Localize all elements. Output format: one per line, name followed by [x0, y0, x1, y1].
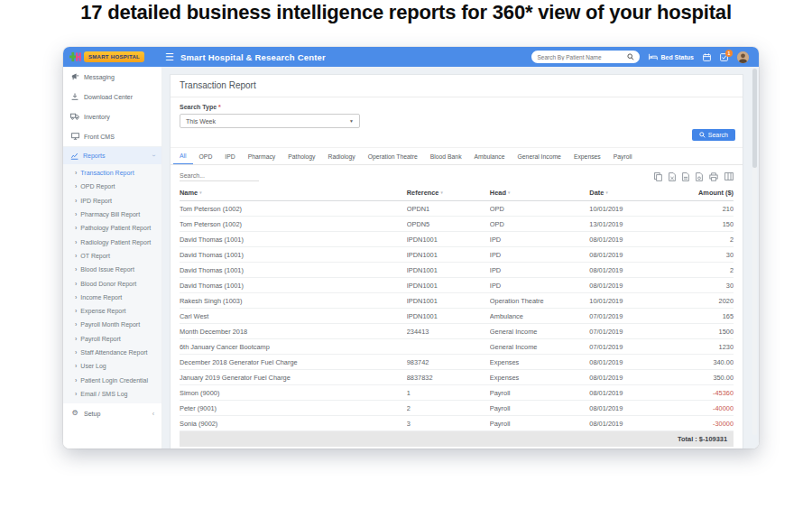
sidebar-report-item-expense-report[interactable]: › Expense Report [63, 304, 161, 318]
export-toolbar [654, 172, 734, 181]
cell-amount: 1500 [678, 324, 734, 339]
cell-reference: OPDN5 [407, 217, 490, 232]
sidebar-report-item-transaction-report[interactable]: › Transaction Report [63, 166, 161, 180]
avatar[interactable] [737, 51, 749, 63]
logo[interactable]: SMART HOSPITAL [63, 51, 162, 62]
cell-reference: 234413 [407, 324, 490, 339]
tab-ambulance[interactable]: Ambulance [468, 153, 512, 164]
sidebar-report-item-pharmacy-bill-report[interactable]: › Pharmacy Bill Report [63, 208, 161, 221]
search-icon[interactable] [627, 53, 634, 60]
sidebar-report-item-patient-login-credential[interactable]: › Patient Login Credential [63, 373, 161, 386]
column-header-reference[interactable]: Reference▾ [407, 185, 490, 201]
sidebar-report-item-income-report[interactable]: › Income Report [63, 291, 161, 304]
cell-amount: 30 [678, 247, 734, 263]
search-type-label: Search Type * [180, 104, 734, 110]
hamburger-icon[interactable]: ☰ [165, 52, 174, 62]
patient-search[interactable] [531, 51, 640, 63]
tab-general-income[interactable]: General Income [512, 153, 567, 164]
tab-payroll[interactable]: Payroll [607, 153, 639, 164]
table-row[interactable]: David Thomas (1001) IPDN1001 IPD 08/01/2… [180, 232, 734, 247]
report-submenu: › Transaction Report › OPD Report › IPD … [63, 164, 161, 403]
patient-search-input[interactable] [537, 54, 624, 60]
sidebar-report-item-ipd-report[interactable]: › IPD Report [63, 194, 161, 208]
cell-name: Tom Peterson (1002) [180, 217, 407, 232]
sidebar-report-item-blood-donor-report[interactable]: › Blood Donor Report [63, 276, 161, 290]
sidebar-report-item-pathology-patient-report[interactable]: › Pathology Patient Report [63, 221, 161, 235]
tab-expenses[interactable]: Expenses [567, 153, 607, 164]
scrollbar[interactable] [752, 69, 757, 435]
sidebar-item-messaging[interactable]: Messaging [63, 67, 161, 87]
sidebar-report-item-email-sms-log[interactable]: › Email / SMS Log [63, 387, 161, 401]
cell-name: Peter (9001) [180, 401, 407, 416]
table-row[interactable]: Tom Peterson (1002) OPDN5 OPD 13/01/2019… [180, 217, 734, 232]
search-type-select[interactable]: This Week ▼ [180, 114, 360, 128]
chevron-right-icon: › [75, 225, 77, 231]
table-row[interactable]: Rakesh Singh (1003) IPDN1001 Operation T… [180, 293, 734, 309]
sidebar-item-front-cms[interactable]: Front CMS [63, 126, 161, 146]
table-row[interactable]: Peter (9001) 2 Payroll 08/01/2019 -40000 [180, 401, 734, 416]
csv-icon[interactable] [682, 172, 689, 181]
table-row[interactable]: December 2018 Generator Fuel Charge 9837… [180, 355, 734, 370]
pdf-icon[interactable] [696, 172, 703, 181]
table-row[interactable]: David Thomas (1001) IPDN1001 IPD 08/01/2… [180, 263, 734, 278]
sidebar-report-item-user-log[interactable]: › User Log [63, 359, 161, 373]
excel-icon[interactable] [669, 172, 676, 181]
table-row[interactable]: Carl West IPDN1001 Ambulance 07/01/2019 … [180, 309, 734, 324]
sidebar-report-item-ot-report[interactable]: › OT Report [63, 249, 161, 263]
column-header-head[interactable]: Head▾ [490, 185, 590, 201]
table-row[interactable]: David Thomas (1001) IPDN1001 IPD 08/01/2… [180, 247, 734, 263]
cell-name: December 2018 Generator Fuel Charge [180, 355, 407, 370]
tab-operation-theatre[interactable]: Operation Theatre [362, 153, 424, 164]
cell-date: 08/01/2019 [589, 370, 678, 385]
sidebar-report-item-blood-issue-report[interactable]: › Blood Issue Report [63, 263, 161, 276]
tab-radiology[interactable]: Radiology [321, 153, 361, 164]
cell-name: Sonia (9002) [180, 416, 407, 431]
calendar-icon[interactable] [703, 53, 711, 61]
table-row[interactable]: January 2019 Generator Fuel Charge 88378… [180, 370, 734, 385]
bed-status-button[interactable]: Bed Status [649, 53, 694, 60]
tab-all[interactable]: All [173, 153, 193, 165]
download-icon [70, 93, 79, 100]
sidebar-item-download-center[interactable]: Download Center [63, 87, 161, 106]
copy-icon[interactable] [654, 172, 662, 181]
cell-head: Operation Theatre [490, 293, 590, 309]
sidebar-report-item-payroll-report[interactable]: › Payroll Report [63, 332, 161, 346]
tab-ipd[interactable]: IPD [218, 153, 241, 164]
table-row[interactable]: Sonia (9002) 3 Payroll 08/01/2019 -30000 [180, 416, 734, 431]
sidebar-report-item-opd-report[interactable]: › OPD Report [63, 180, 161, 193]
table-row[interactable]: Simon (9000) 1 Payroll 08/01/2019 -45360 [180, 385, 734, 401]
tab-opd[interactable]: OPD [193, 153, 219, 164]
column-header-name[interactable]: Name▾ [180, 185, 407, 201]
notification-badge: 1 [725, 50, 733, 57]
scrollbar-thumb[interactable] [752, 69, 757, 168]
columns-icon[interactable] [724, 172, 734, 180]
print-icon[interactable] [709, 172, 718, 181]
required-asterisk: * [218, 104, 221, 110]
sidebar-item-setup[interactable]: ⚙ Setup ‹ [63, 403, 161, 423]
sidebar-report-item-radiology-patient-report[interactable]: › Radiology Patient Report [63, 235, 161, 248]
sidebar-item-reports[interactable]: Reports › [63, 146, 161, 164]
cell-date: 08/01/2019 [589, 355, 678, 370]
transaction-report-card: Transaction Report Search Type * This We… [170, 74, 743, 449]
tab-pathology[interactable]: Pathology [281, 153, 321, 164]
column-header-date[interactable]: Date▾ [589, 185, 678, 201]
chevron-right-icon: › [75, 170, 77, 176]
table-row[interactable]: 6th January Cancer Bootcamp General Inco… [180, 339, 734, 355]
tab-pharmacy[interactable]: Pharmacy [242, 153, 282, 164]
sidebar-report-item-payroll-month-report[interactable]: › Payroll Month Report [63, 318, 161, 331]
tab-blood-bank[interactable]: Blood Bank [424, 153, 468, 164]
table-search-input[interactable] [180, 171, 259, 181]
search-icon [699, 132, 706, 138]
table-row[interactable]: Month December 2018 234413 General Incom… [180, 324, 734, 339]
sidebar-item-inventory[interactable]: Inventory [63, 106, 161, 126]
page: { "page_title": "17 detailed business in… [0, 0, 812, 518]
column-header-amount[interactable]: Amount ($) [678, 185, 734, 201]
cell-head: Ambulance [490, 309, 590, 324]
sort-icon: ▾ [605, 190, 607, 195]
page-title: 17 detailed business intelligence report… [0, 1, 812, 24]
sidebar-report-item-staff-attendance-report[interactable]: › Staff Attendance Report [63, 346, 161, 359]
table-row[interactable]: Tom Peterson (1002) OPDN1 OPD 10/01/2019… [180, 201, 734, 217]
tasks-check-icon[interactable]: 1 [720, 53, 728, 61]
search-button[interactable]: Search [692, 129, 735, 141]
table-row[interactable]: David Thomas (1001) IPDN1001 IPD 08/01/2… [180, 278, 734, 293]
